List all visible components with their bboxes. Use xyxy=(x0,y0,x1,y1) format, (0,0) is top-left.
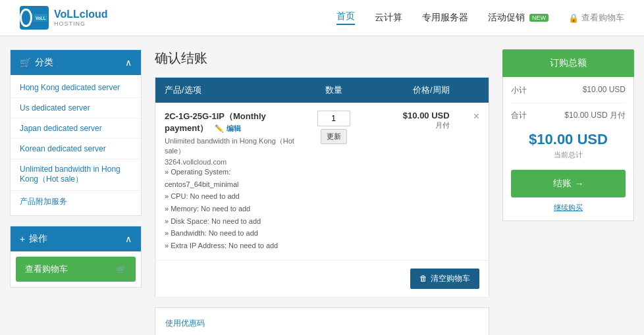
checkout-button[interactable]: 结账 → xyxy=(511,170,626,197)
operations-section: + 操作 ∧ 查看购物车 🛒 xyxy=(10,226,142,288)
remove-button[interactable]: × xyxy=(468,111,479,122)
collapse-icon[interactable]: ∧ xyxy=(125,57,132,68)
big-total-label: 当前总计 xyxy=(511,150,626,160)
sidebar-items-list: Hong Kong dedicated server Us dedicated … xyxy=(11,75,141,215)
collapse-ops-icon[interactable]: ∧ xyxy=(125,234,132,244)
clear-cart-button[interactable]: 🗑 清空购物车 xyxy=(410,269,479,289)
product-detail-4: » Memory: No need to add xyxy=(165,203,298,215)
big-total-section: $10.00 USD 当前总计 xyxy=(511,131,626,160)
qty-cell: 更新 xyxy=(308,103,360,260)
logo-subtitle: HOSTING xyxy=(54,20,107,27)
sidebar-item-hk[interactable]: Hong Kong dedicated server xyxy=(11,78,141,98)
nav-promo[interactable]: 活动促销 NEW xyxy=(488,12,549,24)
categories-header: 🛒 分类 ∧ xyxy=(11,50,141,75)
sidebar: 🛒 分类 ∧ Hong Kong dedicated server Us ded… xyxy=(10,49,142,335)
product-detail-3: » CPU: No need to add xyxy=(165,190,298,203)
trash-icon: 🗑 xyxy=(419,274,427,283)
plus-icon: + xyxy=(20,234,25,244)
edit-link[interactable]: 编辑 xyxy=(227,124,241,132)
total-value: $10.00 USD 月付 xyxy=(564,110,626,121)
cart-header-icon: 🛒 xyxy=(20,57,31,68)
total-label: 合计 xyxy=(511,110,527,121)
clear-cart-cell: 🗑 清空购物车 xyxy=(155,260,489,297)
nav-cloud[interactable]: 云计算 xyxy=(375,12,402,24)
summary-divider xyxy=(511,103,626,103)
sidebar-item-us[interactable]: Us dedicated server xyxy=(11,98,141,118)
header: VoLL VoLLVoLLcloudcloud HOSTING 首页 云计算 专… xyxy=(0,0,644,36)
sidebar-item-unlimited[interactable]: Unlimited bandwidth in Hong Kong（Hot sal… xyxy=(11,159,141,191)
clear-row: 🗑 清空购物车 xyxy=(155,260,489,297)
product-detail-2: » Operating System: centos7_64bit_minima… xyxy=(165,166,298,190)
col-price: 价格/周期 xyxy=(360,78,459,103)
promo-badge: NEW xyxy=(529,14,549,22)
product-detail-5: » Disk Space: No need to add xyxy=(165,215,298,228)
summary-body: 小计 $10.00 USD 合计 $10.00 USD 月付 $10.00 US… xyxy=(502,77,634,221)
view-cart-button[interactable]: 查看购物车 🛒 xyxy=(16,257,136,282)
summary-header: 订购总额 xyxy=(502,49,634,77)
update-button[interactable]: 更新 xyxy=(321,129,347,144)
price-value: $10.00 USD xyxy=(369,111,450,120)
sidebar-item-addon[interactable]: 产品附加服务 xyxy=(11,191,141,213)
order-table: 产品/选项 数量 价格/周期 2C-1G-25G-1IP（Monthly pay… xyxy=(155,77,489,297)
page-title: 确认结账 xyxy=(155,49,489,67)
edit-icon: ✏️ xyxy=(215,124,224,132)
cart-icon: 🔒 xyxy=(568,13,579,23)
table-row: 2C-1G-25G-1IP（Monthly payment） ✏️ 编辑 Unl… xyxy=(155,103,489,260)
total-row: 合计 $10.00 USD 月付 xyxy=(511,110,626,121)
product-name: 2C-1G-25G-1IP（Monthly payment） ✏️ 编辑 xyxy=(165,111,298,134)
continue-shopping-link[interactable]: 继续购买 xyxy=(511,203,626,213)
qty-input[interactable] xyxy=(317,111,350,126)
product-detail-6: » Bandwidth: No need to add xyxy=(165,227,298,240)
coupon-area: 使用优惠码 1、填写优惠码 ↙ 💳 xyxy=(155,307,489,335)
logo-name: VoLLVoLLcloudcloud xyxy=(54,9,107,20)
main-content: 确认结账 产品/选项 数量 价格/周期 2C-1G-25G-1IP（Monthl… xyxy=(155,49,489,335)
logo-text: VoLLVoLLcloudcloud HOSTING xyxy=(54,9,107,27)
nav-home[interactable]: 首页 xyxy=(336,11,355,25)
col-product: 产品/选项 xyxy=(155,78,308,103)
cart-op-icon: 🛒 xyxy=(116,265,126,274)
page-content: 🛒 分类 ∧ Hong Kong dedicated server Us ded… xyxy=(0,49,644,335)
main-nav: 首页 云计算 专用服务器 活动促销 NEW 🔒 查看购物车 xyxy=(336,11,624,25)
subtotal-label: 小计 xyxy=(511,85,527,96)
categories-section: 🛒 分类 ∧ Hong Kong dedicated server Us ded… xyxy=(10,49,142,216)
price-cell: $10.00 USD 月付 xyxy=(360,103,459,260)
price-period: 月付 xyxy=(369,120,450,130)
subtotal-value: $10.00 USD xyxy=(583,85,626,96)
logo-icon: VoLL xyxy=(20,6,49,30)
sidebar-item-korean[interactable]: Korean dedicated server xyxy=(11,139,141,159)
sidebar-item-japan[interactable]: Japan dedicated server xyxy=(11,118,141,139)
remove-cell: × xyxy=(459,103,489,260)
subtotal-row: 小计 $10.00 USD xyxy=(511,85,626,96)
product-detail-0: Unlimited bandwidth in Hong Kong（Hot sal… xyxy=(165,136,298,156)
product-detail-1: 3264.vollcloud.com xyxy=(165,158,298,166)
product-cell: 2C-1G-25G-1IP（Monthly payment） ✏️ 编辑 Unl… xyxy=(155,103,308,260)
checkout-arrow-icon: → xyxy=(575,178,584,189)
col-remove xyxy=(459,78,489,103)
nav-dedicated[interactable]: 专用服务器 xyxy=(422,12,468,24)
logo-area: VoLL VoLLVoLLcloudcloud HOSTING xyxy=(20,6,107,30)
cart-link[interactable]: 🔒 查看购物车 xyxy=(568,12,624,24)
svg-text:VoLL: VoLL xyxy=(36,16,45,20)
order-summary: 订购总额 小计 $10.00 USD 合计 $10.00 USD 月付 $10.… xyxy=(502,49,634,335)
coupon-label: 使用优惠码 xyxy=(165,318,479,329)
operations-header: + 操作 ∧ xyxy=(11,226,141,251)
col-qty: 数量 xyxy=(308,78,360,103)
big-total-amount: $10.00 USD xyxy=(511,131,626,148)
categories-header-left: 🛒 分类 xyxy=(20,57,53,68)
product-detail-7: » Extra IP Address: No need to add xyxy=(165,240,298,252)
